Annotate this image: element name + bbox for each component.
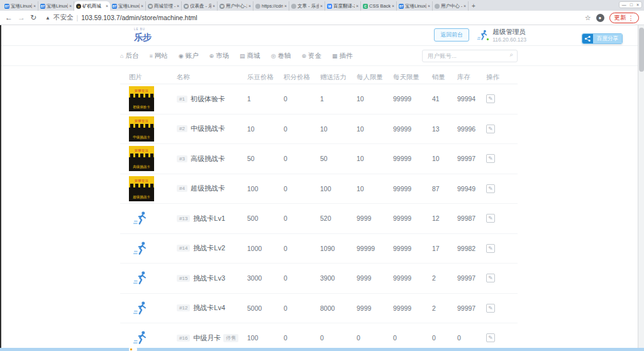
cell-value: 8000 — [320, 304, 357, 312]
browser-tab[interactable]: W仪表盘 - 乐× — [182, 1, 218, 11]
users-icon: ◉ — [179, 53, 184, 59]
table-row: #14挑战卡Lv210000109099999999991799982✎ — [120, 234, 518, 264]
cell-value: 520 — [320, 214, 357, 222]
tab-title: 宝塔Linux面 — [405, 3, 426, 9]
card-top-text: 荣耀登顶 — [129, 179, 154, 182]
back-icon[interactable]: ← — [5, 14, 13, 21]
menu-item-商城[interactable]: ▤商城 — [240, 52, 260, 60]
product-id-badge: #15 — [177, 275, 190, 282]
bt-panel-icon: BT — [399, 4, 404, 9]
security-label: 不安全 — [53, 13, 74, 22]
browser-tab[interactable]: BT宝塔Linux面× — [38, 1, 74, 11]
menu-item-网站[interactable]: ≡网站 — [149, 52, 167, 60]
tab-close-icon[interactable]: × — [106, 4, 108, 8]
edit-button[interactable]: ✎ — [486, 154, 495, 163]
menu-item-账户[interactable]: ◉账户 — [179, 52, 199, 60]
scrollbar-thumb[interactable] — [639, 28, 644, 72]
menu-item-后台[interactable]: ⌂后台 — [120, 52, 138, 60]
globe-icon — [291, 4, 296, 9]
cell-value: 100 — [247, 185, 284, 192]
edit-button[interactable]: ✎ — [486, 333, 495, 342]
bookmark-star-icon[interactable]: ☆ — [585, 14, 591, 22]
baidu-share-float-button[interactable]: 百度分享 — [582, 33, 623, 44]
url-text: 103.59.103.7/admin/store/machine.html — [81, 14, 197, 21]
taskbar-app-icon[interactable] — [129, 348, 137, 351]
tab-close-icon[interactable]: × — [33, 4, 36, 8]
bt-panel-icon: BT — [112, 4, 117, 9]
stop-sale-badge: 停售 — [223, 334, 238, 342]
address-bar[interactable]: ▲ 不安全 | 103.59.103.7/admin/store/machine… — [42, 13, 580, 22]
browser-tab[interactable]: 译百度翻译-20× — [325, 1, 361, 11]
minimize-icon[interactable]: — — [622, 3, 626, 7]
cell-value: 13 — [432, 125, 457, 133]
browser-tab[interactable]: 用户中心 - 1× — [433, 1, 469, 11]
browser-tab-bar: BT宝塔Linux面×BT宝塔Linux面×●矿机商城×BT宝塔Linux面×W… — [0, 0, 644, 11]
browser-tab[interactable]: BT宝塔Linux面× — [3, 1, 38, 11]
tab-close-icon[interactable]: × — [177, 4, 179, 8]
back-to-frontend-button[interactable]: 返回前台 — [434, 28, 469, 42]
cell-value: 99997 — [457, 304, 486, 312]
close-icon[interactable]: × — [636, 3, 639, 7]
cell-value: 0 — [284, 95, 320, 103]
product-name: 挑战卡Lv1 — [193, 214, 225, 222]
product-name: 中级挑战卡 — [191, 125, 225, 132]
cell-value: 99999 — [393, 95, 432, 103]
cell-value: 0 — [284, 155, 320, 162]
edit-button[interactable]: ✎ — [486, 214, 495, 223]
edit-button[interactable]: ✎ — [486, 304, 495, 313]
cell-value: 0 — [284, 245, 320, 252]
cell-value: 2 — [432, 274, 457, 282]
window-controls: — □ × — [619, 1, 642, 8]
browser-tab[interactable]: BT宝塔Linux面× — [397, 1, 433, 11]
browser-tab[interactable]: https://cdn× — [253, 1, 289, 11]
search-input[interactable] — [422, 50, 518, 62]
menu-item-资金[interactable]: ⊛资金 — [301, 52, 321, 60]
browser-tab[interactable]: W用户中心-乐× — [218, 1, 253, 11]
tab-close-icon[interactable]: × — [392, 4, 394, 8]
chrome-update-button[interactable]: 更新 ⋮ — [609, 13, 640, 23]
restore-icon[interactable]: □ — [630, 3, 633, 7]
tab-close-icon[interactable]: × — [69, 4, 72, 8]
cell-value: 5000 — [247, 304, 284, 312]
tab-close-icon[interactable]: × — [428, 4, 430, 8]
page-viewport: LE BU 乐步 返回前台 — [0, 25, 638, 348]
tab-close-icon[interactable]: × — [141, 4, 143, 8]
browser-tab[interactable]: BT宝塔Linux面× — [110, 1, 146, 11]
menu-item-市场[interactable]: ⊕市场 — [209, 52, 230, 60]
edit-button[interactable]: ✎ — [486, 125, 495, 133]
admin-account[interactable]: 超级管理员 116.20.60.123 — [477, 28, 526, 43]
tab-title: 矿机商城 — [82, 3, 104, 9]
tab-close-icon[interactable]: × — [464, 4, 466, 8]
browser-toolbar: ← → ↻ ▲ 不安全 | 103.59.103.7/admin/store/m… — [0, 11, 644, 25]
tab-close-icon[interactable]: × — [320, 4, 323, 8]
tab-close-icon[interactable]: × — [248, 4, 251, 8]
browser-tab[interactable]: CCSS Backgr× — [361, 1, 397, 11]
tab-close-icon[interactable]: × — [213, 4, 215, 8]
page-scrollbar[interactable] — [638, 25, 644, 348]
globe-icon — [435, 4, 440, 9]
search-icon[interactable]: ⌕ — [509, 51, 513, 58]
tab-close-icon[interactable]: × — [284, 4, 287, 8]
tab-close-icon[interactable]: × — [356, 4, 358, 8]
edit-button[interactable]: ✎ — [486, 274, 495, 282]
site-logo[interactable]: LE BU 乐步 — [120, 28, 152, 42]
cell-value: 9999 — [357, 304, 393, 312]
edit-button[interactable]: ✎ — [486, 244, 495, 253]
tab-title: 仪表盘 - 乐 — [190, 3, 211, 9]
browser-tab[interactable]: 文章 - 乐步× — [289, 1, 325, 11]
reload-icon[interactable]: ↻ — [30, 14, 36, 21]
update-label: 更新 — [614, 14, 626, 22]
new-tab-button[interactable]: + — [469, 1, 479, 11]
logo-subtext: LE BU — [134, 28, 152, 31]
browser-profile-icon[interactable]: ● — [596, 14, 604, 22]
cell-value: 0 — [457, 334, 486, 342]
menu-item-插件[interactable]: ▦插件 — [332, 52, 353, 60]
product-id-badge: #3 — [177, 155, 187, 162]
edit-button[interactable]: ✎ — [486, 184, 495, 193]
cell-value: 0 — [284, 274, 320, 282]
browser-tab[interactable]: W商城管理 - 3× — [146, 1, 182, 11]
browser-tab[interactable]: ●矿机商城× — [74, 1, 110, 11]
edit-button[interactable]: ✎ — [486, 94, 495, 103]
menu-item-卷轴[interactable]: ◎卷轴 — [271, 52, 291, 60]
forward-icon[interactable]: → — [18, 14, 25, 21]
